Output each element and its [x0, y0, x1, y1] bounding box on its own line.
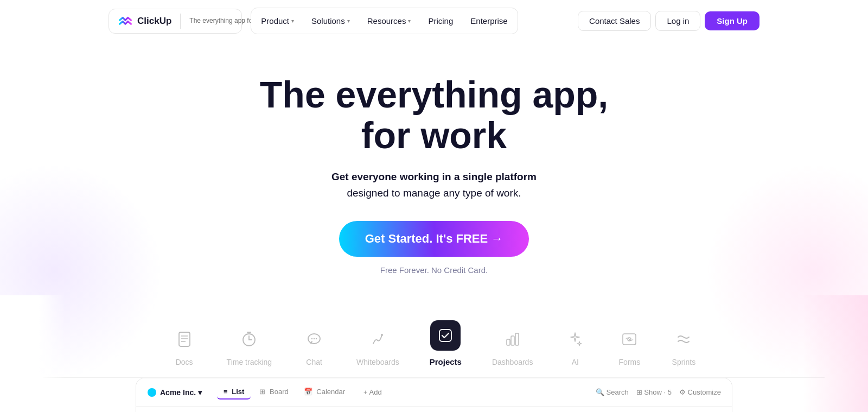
cta-button[interactable]: Get Started. It's FREE → [339, 221, 529, 257]
logo-wordmark: ClickUp [137, 16, 171, 27]
nav-resources[interactable]: Resources ▾ [360, 12, 419, 29]
app-tab-list[interactable]: ≡ List [217, 385, 251, 400]
svg-rect-13 [439, 329, 451, 341]
svg-point-12 [381, 334, 383, 336]
product-chevron-icon: ▾ [291, 18, 294, 24]
tab-chat-label: Chat [306, 358, 322, 366]
tab-docs[interactable]: Docs [157, 319, 212, 377]
nav-enterprise[interactable]: Enterprise [463, 12, 515, 29]
tab-dashboards[interactable]: Dashboards [477, 319, 548, 377]
app-bar-add-button[interactable]: + Add [358, 385, 387, 399]
tab-chat[interactable]: Chat [287, 319, 341, 377]
tab-sprints-label: Sprints [672, 358, 696, 366]
tab-projects-label: Projects [430, 357, 462, 366]
whiteboards-icon [366, 327, 390, 351]
solutions-chevron-icon: ▾ [347, 18, 350, 24]
hero-title: The everything app, for work [260, 74, 608, 156]
sprints-icon [672, 327, 695, 351]
tab-whiteboards[interactable]: Whiteboards [341, 319, 414, 377]
hero-free-note: Free Forever. No Credit Card. [380, 265, 488, 275]
contact-sales-button[interactable]: Contact Sales [578, 11, 651, 31]
app-tab-calendar[interactable]: 📅 Calendar [297, 385, 352, 400]
navbar: ClickUp The everything app for work. Pro… [0, 0, 868, 42]
tab-ai-label: AI [572, 358, 579, 366]
nav-product[interactable]: Product ▾ [253, 12, 302, 29]
app-preview-content: 🏠 Home › Ready ⚙ [136, 407, 732, 412]
svg-rect-16 [515, 333, 519, 345]
app-preview-bar: Acme Inc. ▾ ≡ List ⊞ Board 📅 Calendar [136, 378, 732, 407]
app-show[interactable]: ⊞ Show · 5 [636, 388, 672, 396]
nav-right: Contact Sales Log in Sign Up [578, 11, 760, 31]
tab-projects[interactable]: Projects [414, 312, 477, 377]
projects-icon-bg [430, 320, 461, 351]
time-tracking-icon [237, 327, 261, 351]
resources-chevron-icon: ▾ [408, 18, 411, 24]
logo-box[interactable]: ClickUp The everything app for work. [108, 9, 242, 34]
svg-point-11 [316, 338, 317, 339]
nav-pricing[interactable]: Pricing [420, 12, 461, 29]
app-bar-tabs: ≡ List ⊞ Board 📅 Calendar [217, 385, 352, 400]
svg-point-9 [311, 338, 312, 339]
svg-rect-14 [507, 339, 510, 345]
nav-solutions[interactable]: Solutions ▾ [304, 12, 358, 29]
clickup-logo-icon [118, 14, 133, 29]
tab-dashboards-label: Dashboards [492, 358, 533, 366]
hero-subtitle: Get everyone working in a single platfor… [331, 169, 537, 202]
app-customize[interactable]: ⚙ Customize [679, 388, 721, 396]
nav-links: Product ▾ Solutions ▾ Resources ▾ Pricin… [251, 8, 518, 34]
svg-point-10 [314, 338, 315, 339]
tab-whiteboards-label: Whiteboards [356, 358, 399, 366]
login-button[interactable]: Log in [655, 11, 700, 31]
docs-icon [173, 327, 196, 351]
svg-rect-0 [179, 332, 190, 346]
feature-tabs-section: Docs Time tracking [0, 295, 868, 412]
tab-docs-label: Docs [176, 358, 193, 366]
logo-tagline: The everything app for work. [189, 17, 233, 26]
workspace-label: Acme Inc. ▾ [160, 388, 202, 397]
tab-time-tracking-label: Time tracking [227, 358, 272, 366]
tab-forms-label: Forms [619, 358, 641, 366]
app-tab-board[interactable]: ⊞ Board [253, 385, 295, 400]
app-bar-right: 🔍 Search ⊞ Show · 5 ⚙ Customize [596, 388, 721, 396]
svg-point-19 [148, 388, 156, 397]
tab-time-tracking[interactable]: Time tracking [212, 319, 288, 377]
logo-divider [180, 14, 181, 29]
hero-section: The everything app, for work Get everyon… [0, 42, 868, 291]
app-search[interactable]: 🔍 Search [596, 388, 629, 396]
dashboards-icon [501, 327, 525, 351]
signup-button[interactable]: Sign Up [705, 11, 760, 30]
svg-rect-15 [511, 336, 514, 345]
tab-ai[interactable]: AI [548, 319, 602, 377]
chat-icon [302, 327, 326, 351]
app-preview: Acme Inc. ▾ ≡ List ⊞ Board 📅 Calendar [136, 378, 732, 412]
forms-icon [617, 327, 641, 351]
feature-tabs: Docs Time tracking [43, 295, 825, 378]
tab-forms[interactable]: Forms [602, 319, 656, 377]
app-workspace-name[interactable]: Acme Inc. ▾ [147, 388, 202, 397]
projects-icon [433, 324, 457, 347]
ai-icon [563, 327, 587, 351]
tab-sprints[interactable]: Sprints [656, 319, 711, 377]
